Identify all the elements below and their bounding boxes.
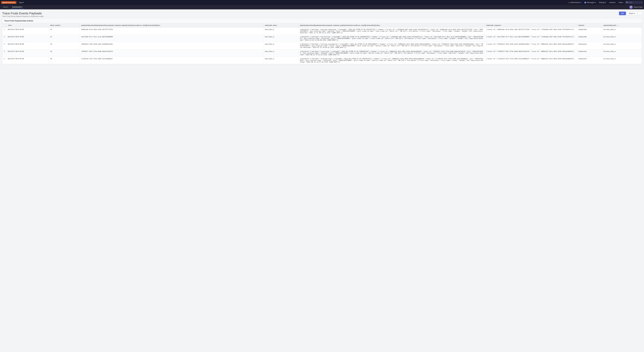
page-header: Trace Fruits Events Payloads Trace Fruit… (2, 12, 642, 17)
help-menu[interactable]: Help ▾ (617, 1, 625, 4)
col-header-chaincode-response[interactable]: chaincode_response ↕ (485, 23, 577, 27)
export-label: Export (629, 12, 634, 14)
col-header-payload-action[interactable]: payload.data.actio... ↕ (602, 23, 642, 27)
cell-rownum: 5 (2, 57, 6, 64)
cell-time: 2021-06-27 08:37:29.149 (6, 57, 49, 64)
cell-key: 2c19d1f8-37a7-4f32-a494-522c3b8d8a3f (80, 57, 263, 64)
cell-chaincode-name: trace_fruits_cc (263, 27, 298, 35)
export-chevron-icon: ▾ (634, 12, 635, 14)
admin-label: Administrator (570, 2, 580, 4)
table-row: 12021-06-27 08:37:49.452420e00cabb-e2cb-… (2, 27, 642, 35)
activity-chevron-icon: ▾ (615, 2, 616, 4)
top-navigation: splunk>enterprise Apps ▾ ⚠ Administrator… (0, 0, 644, 5)
cell-channel: fruitsreceiver (577, 57, 602, 64)
find-search-box[interactable]: 🔍 Find (625, 1, 643, 4)
col-header-channel[interactable]: channel ↕ (577, 23, 602, 27)
activity-label: Activity (609, 2, 614, 4)
cell-value: {"metaInfo":{"docType":"harvesting","cre… (298, 35, 485, 42)
col-header-block-number[interactable]: block_number ↕ (49, 23, 80, 27)
cell-block-number: 41 (49, 35, 80, 42)
apps-chevron-icon: ▾ (23, 2, 24, 4)
page-title: Trace Fruits Events Payloads (2, 12, 44, 15)
table-row: 42021-06-27 08:37:34.2283937992b77-545f-… (2, 50, 642, 57)
messages-badge: 3 (584, 2, 586, 4)
warning-icon: ⚠ (568, 2, 570, 4)
cell-chaincode-name: trace_fruits_cc (263, 50, 298, 57)
table-section-title: Trace Fruits Payload Data Actions (2, 18, 642, 23)
search-tab[interactable]: Search (2, 5, 10, 9)
cell-value: {"metaInfo":{"docType":"transporting","c… (298, 57, 485, 64)
cell-payload-action: lscc trace_fruits_cc (602, 50, 642, 57)
col-header-time[interactable]: _time ↕ (6, 23, 49, 27)
help-chevron-icon: ▾ (622, 2, 623, 4)
cell-chaincode-name: trace_fruits_cc (263, 35, 298, 42)
admin-menu[interactable]: ⚠ Administrator ▾ (567, 1, 582, 4)
cell-value: {"metaInfo":{"docType":"receiving","crea… (298, 50, 485, 57)
settings-menu[interactable]: Settings ▾ (598, 1, 608, 4)
cell-rownum: 1 (2, 27, 6, 35)
settings-chevron-icon: ▾ (605, 2, 606, 4)
data-table-wrapper[interactable]: _time ↕ block_number ↕ payload.data.acti… (2, 23, 642, 64)
splunk-logo: splunk>enterprise (1, 1, 16, 4)
more-button[interactable]: ... (638, 12, 642, 15)
apps-menu[interactable]: Apps ▾ (18, 1, 25, 4)
messages-chevron-icon: ▾ (595, 2, 596, 4)
cell-value: {"metaInfo":{"docType":"selling-consumpt… (298, 42, 485, 50)
cell-channel: fruitsreceiver (577, 42, 602, 50)
messages-menu[interactable]: 3 Messages ▾ (583, 1, 597, 4)
cell-chaincode-response: {"event-id":"5420a9c9-f5b4-41d9-ad33-dad… (485, 42, 577, 50)
col-header-chaincode-name[interactable]: chaincode_name ↕ (263, 23, 298, 27)
edit-button[interactable]: Edit (619, 12, 626, 15)
cell-time: 2021-06-27 08:37:34.228 (6, 50, 49, 57)
cell-time: 2021-06-27 08:37:39.305 (6, 42, 49, 50)
cell-chaincode-response: {"event-id":"bdc72a94-5fcf-45c1-acea-86f… (485, 35, 577, 42)
activity-menu[interactable]: Activity ▾ (608, 1, 617, 4)
cell-block-number: 40 (49, 42, 80, 50)
cell-channel: fruitsreceiver (577, 50, 602, 57)
header-actions: Edit Export ▾ ... (619, 12, 642, 15)
table-section: Trace Fruits Payload Data Actions _time … (2, 18, 642, 64)
page-subtitle: Trace Fruits Events Request Response on … (2, 16, 44, 17)
cell-payload-action: lscc trace_fruits_cc (602, 42, 642, 50)
export-button[interactable]: Export ▾ (627, 12, 637, 15)
dashboards-label: Dashboards (12, 6, 21, 8)
cell-rownum: 2 (2, 35, 6, 42)
col-header-value[interactable]: payload.data.actions[].payload.action.pr… (298, 23, 485, 27)
table-row: 32021-06-27 08:37:39.305405420a9c9-f5b4-… (2, 42, 642, 50)
secondary-navigation: Search Dashboards ▾ TF Trace Fruits (0, 5, 644, 10)
cell-key: bdc72a94-5fcf-45c1-acea-86f3b29b8068 (80, 35, 263, 42)
col-header-key[interactable]: payload.data.actions[].payload.action.pr… (80, 23, 263, 27)
page-header-left: Trace Fruits Events Payloads Trace Fruit… (2, 12, 44, 17)
trace-fruits-user-badge: TF Trace Fruits (629, 6, 642, 9)
page-content: Trace Fruits Events Payloads Trace Fruit… (0, 10, 644, 64)
cell-time: 2021-06-27 08:37:44.382 (6, 35, 49, 42)
cell-chaincode-response: {"event-id":"37992b77-545f-471b-8de8-0dd… (485, 50, 577, 57)
dashboards-tab[interactable]: Dashboards ▾ (11, 5, 24, 9)
table-header: _time ↕ block_number ↕ payload.data.acti… (2, 23, 642, 27)
cell-chaincode-name: trace_fruits_cc (263, 42, 298, 50)
cell-block-number: 38 (49, 57, 80, 64)
cell-key: 37992b77-545f-471b-8de8-0dde7d13e5f6 (80, 50, 263, 57)
cell-payload-action: lscc trace_fruits_cc (602, 27, 642, 35)
table-body: 12021-06-27 08:37:49.452420e00cabb-e2cb-… (2, 27, 642, 64)
avatar: TF (629, 6, 633, 9)
cell-rownum: 3 (2, 42, 6, 50)
cell-chaincode-response: {"event-id":"2c19d1f8-37a7-4f32-a494-522… (485, 57, 577, 64)
cell-block-number: 42 (49, 27, 80, 35)
cell-key: 5420a9c9-f5b4-41d9-ad33-dad469a21d6a (80, 42, 263, 50)
messages-label: Messages (587, 2, 594, 4)
cell-payload-action: lscc trace_fruits_cc (602, 57, 642, 64)
data-table: _time ↕ block_number ↕ payload.data.acti… (2, 23, 642, 64)
cell-value: {"metaInfo":{"docType":"packing-repackin… (298, 27, 485, 35)
cell-chaincode-response: {"event-id":"0e00cabb-e2cb-4b3a-a425-d67… (485, 27, 577, 35)
admin-chevron-icon: ▾ (580, 2, 581, 4)
col-header-rownum[interactable] (2, 23, 6, 27)
search-icon: 🔍 (626, 2, 628, 4)
dashboards-chevron-icon: ▾ (22, 6, 22, 8)
find-placeholder: Find (629, 2, 632, 4)
settings-label: Settings (599, 2, 605, 4)
table-row: 52021-06-27 08:37:29.149382c19d1f8-37a7-… (2, 57, 642, 64)
help-label: Help (618, 2, 622, 4)
trace-fruits-label: Trace Fruits (634, 6, 642, 8)
cell-chaincode-name: trace_fruits_cc (263, 57, 298, 64)
